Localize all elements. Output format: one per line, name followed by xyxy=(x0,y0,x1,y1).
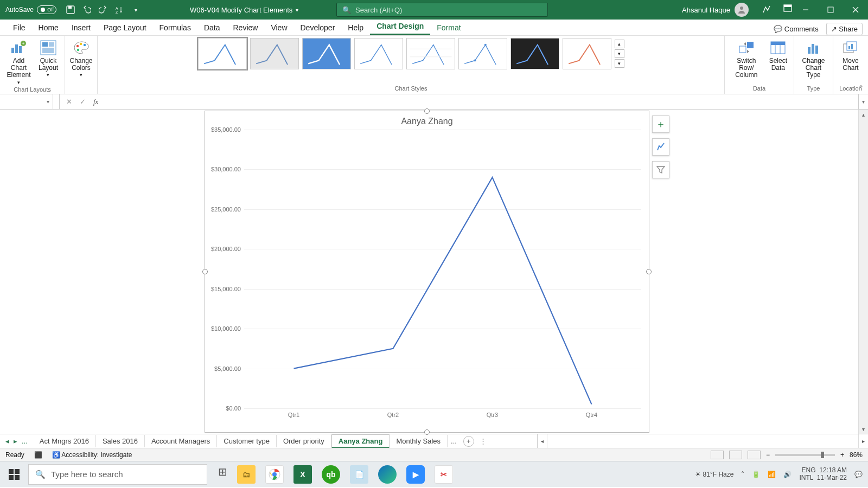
title-dropdown-icon[interactable]: ▾ xyxy=(296,7,298,13)
scroll-up-icon[interactable]: ▴ xyxy=(859,110,868,119)
switch-row-column-button[interactable]: Switch Row/ Column xyxy=(729,38,764,80)
chart-style-2[interactable] xyxy=(250,38,299,69)
fx-icon[interactable]: fx xyxy=(93,98,98,106)
change-chart-type-button[interactable]: Change Chart Type xyxy=(799,38,828,80)
tab-file[interactable]: File xyxy=(7,21,32,35)
maximize-button[interactable] xyxy=(818,0,843,20)
scroll-down-icon[interactable]: ▾ xyxy=(859,424,868,434)
chart-plot-area[interactable]: $35,000.00 $30,000.00 $25,000.00 $20,000… xyxy=(244,130,641,408)
name-box[interactable]: ▾ xyxy=(0,94,53,109)
autosave-control[interactable]: AutoSave Off xyxy=(0,5,62,14)
edge-icon[interactable] xyxy=(378,465,397,484)
resize-handle-right[interactable] xyxy=(646,269,652,274)
chart-style-4[interactable] xyxy=(354,38,403,69)
excel-icon[interactable]: X xyxy=(293,465,312,484)
tab-format[interactable]: Format xyxy=(430,21,467,35)
comments-button[interactable]: 💬 Comments xyxy=(774,25,818,33)
battery-icon[interactable]: 🔋 xyxy=(752,471,760,478)
quick-layout-button[interactable]: Quick Layout▾ xyxy=(36,38,60,86)
sheet-tab[interactable]: Monthly Sales xyxy=(390,435,448,447)
tab-view[interactable]: View xyxy=(264,21,293,35)
coming-soon-icon[interactable] xyxy=(762,4,771,16)
vertical-scrollbar[interactable]: ▴ ▾ xyxy=(858,110,868,434)
macro-record-icon[interactable]: ⬛ xyxy=(34,451,42,459)
view-normal-icon[interactable] xyxy=(711,451,724,459)
tab-home[interactable]: Home xyxy=(32,21,65,35)
tray-overflow-icon[interactable]: ˄ xyxy=(741,471,744,478)
select-data-button[interactable]: Select Data xyxy=(767,38,789,80)
close-button[interactable] xyxy=(843,0,868,20)
user-account[interactable]: Ahsanul Haque xyxy=(682,3,749,17)
chart-style-7[interactable] xyxy=(510,38,559,69)
chart-style-6[interactable] xyxy=(458,38,507,69)
zoom-slider[interactable] xyxy=(775,454,835,456)
redo-icon[interactable] xyxy=(98,4,108,15)
taskbar-search[interactable]: 🔍 Type here to search xyxy=(28,464,207,485)
save-icon[interactable] xyxy=(65,4,76,15)
gallery-down-icon[interactable]: ▾ xyxy=(615,49,624,58)
chart-styles-button[interactable] xyxy=(652,138,669,156)
undo-icon[interactable] xyxy=(81,4,92,15)
wifi-icon[interactable]: 📶 xyxy=(768,471,776,478)
zoom-icon[interactable]: ▶ xyxy=(406,465,425,484)
chart-style-3[interactable] xyxy=(302,38,351,69)
gallery-up-icon[interactable]: ▴ xyxy=(615,40,624,48)
hscroll-left-icon[interactable]: ◂ xyxy=(538,434,547,448)
sort-icon[interactable]: AZ xyxy=(114,4,125,15)
sheet-tabs-more[interactable]: ... xyxy=(448,437,460,445)
sheet-tab[interactable]: Order priority xyxy=(277,435,331,447)
resize-handle-top[interactable] xyxy=(424,108,430,114)
hscroll-right-icon[interactable]: ▸ xyxy=(858,434,868,448)
accessibility-status[interactable]: ♿ Accessibility: Investigate xyxy=(52,451,132,459)
chart-elements-button[interactable]: ＋ xyxy=(652,115,669,133)
zoom-in-icon[interactable]: + xyxy=(840,451,844,459)
minimize-button[interactable] xyxy=(793,0,818,20)
tab-insert[interactable]: Insert xyxy=(65,21,97,35)
task-view-icon[interactable]: ⊞ xyxy=(218,465,227,484)
weather-widget[interactable]: ☀ 81°F Haze xyxy=(695,471,733,478)
sheet-nav-left-icon[interactable]: ◂ xyxy=(5,437,9,445)
chart-style-1[interactable] xyxy=(198,38,247,69)
view-page-break-icon[interactable] xyxy=(748,451,761,459)
tab-formulas[interactable]: Formulas xyxy=(153,21,197,35)
add-chart-element-button[interactable]: + Add Chart Element▾ xyxy=(4,38,33,86)
sheet-tab[interactable]: Account Managers xyxy=(145,435,217,447)
sheet-bar-menu-icon[interactable]: ⋮ xyxy=(477,437,489,445)
ribbon-display-icon[interactable] xyxy=(783,4,792,16)
notes-icon[interactable]: 📄 xyxy=(350,465,368,484)
tab-developer[interactable]: Developer xyxy=(294,21,342,35)
view-page-layout-icon[interactable] xyxy=(729,451,742,459)
chart-style-8[interactable] xyxy=(563,38,611,69)
share-button[interactable]: ↗ Share xyxy=(826,23,863,35)
chart-object[interactable]: Aanya Zhang $35,000.00 $30,000.00 $25,00… xyxy=(205,111,649,433)
zoom-out-icon[interactable]: − xyxy=(766,451,770,459)
volume-icon[interactable]: 🔊 xyxy=(783,471,792,478)
tab-chart-design[interactable]: Chart Design xyxy=(370,20,430,35)
gallery-more-icon[interactable]: ▾ xyxy=(615,59,624,68)
zoom-level[interactable]: 86% xyxy=(850,451,863,459)
notifications-icon[interactable]: 💬 xyxy=(854,471,863,478)
snip-icon[interactable]: ✂ xyxy=(435,465,453,484)
sheet-nav-more[interactable]: ... xyxy=(22,437,28,445)
name-box-dropdown-icon[interactable]: ▾ xyxy=(47,99,49,105)
autosave-toggle[interactable]: Off xyxy=(37,5,56,14)
formula-expand-icon[interactable]: ▾ xyxy=(858,94,868,109)
tab-data[interactable]: Data xyxy=(197,21,227,35)
move-chart-button[interactable]: Move Chart xyxy=(840,38,861,73)
language-clock[interactable]: ENG 12:18 AM INTL 11-Mar-22 xyxy=(799,467,847,482)
chart-line-series[interactable] xyxy=(244,130,641,408)
qat-customize-icon[interactable]: ▾ xyxy=(130,4,141,15)
start-button[interactable] xyxy=(0,469,28,480)
tab-help[interactable]: Help xyxy=(341,21,370,35)
sheet-tab-active[interactable]: Aanya Zhang xyxy=(331,434,390,448)
file-explorer-icon[interactable]: 🗂 xyxy=(237,465,256,484)
sheet-tab[interactable]: Act Mngrs 2016 xyxy=(33,435,96,447)
chart-filters-button[interactable] xyxy=(652,161,669,178)
search-box[interactable]: 🔍 Search (Alt+Q) xyxy=(336,3,548,17)
add-sheet-button[interactable]: + xyxy=(463,436,474,447)
worksheet-area[interactable]: Aanya Zhang $35,000.00 $30,000.00 $25,00… xyxy=(0,110,868,434)
change-colors-button[interactable]: Change Colors▾ xyxy=(67,38,94,79)
chart-style-5[interactable] xyxy=(406,38,455,69)
chrome-icon[interactable] xyxy=(265,465,284,484)
formula-input[interactable] xyxy=(105,94,858,109)
